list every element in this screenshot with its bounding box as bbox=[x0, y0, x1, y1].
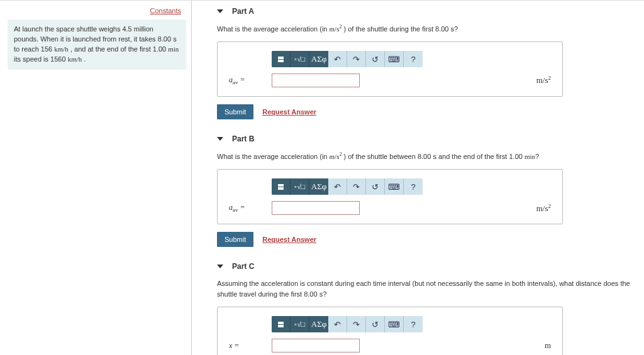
prompt-text: ) of the shuttle between 8.00 s and the … bbox=[341, 153, 524, 160]
fraction-icon[interactable] bbox=[272, 51, 291, 67]
part-a-prompt: What is the average acceleration (in m/s… bbox=[217, 23, 644, 34]
equation-toolbar: x√□ ΑΣφ ↶ ↷ ↺ ⌨ ? bbox=[272, 51, 551, 67]
answer-input[interactable] bbox=[272, 74, 360, 87]
constants-link[interactable]: Constants bbox=[8, 7, 186, 14]
part-b-prompt: What is the average acceleration (in m/s… bbox=[217, 151, 644, 161]
undo-icon[interactable]: ↶ bbox=[328, 178, 347, 195]
collapse-caret-icon[interactable] bbox=[217, 137, 223, 141]
submit-button[interactable]: Submit bbox=[217, 104, 253, 119]
part-title: Part C bbox=[232, 262, 254, 271]
request-answer-link[interactable]: Request Answer bbox=[262, 236, 316, 243]
answer-input[interactable] bbox=[272, 201, 360, 215]
part-title: Part A bbox=[232, 7, 254, 16]
undo-icon[interactable]: ↶ bbox=[328, 51, 347, 67]
help-icon[interactable]: ? bbox=[404, 316, 423, 332]
unit-label: m bbox=[545, 341, 551, 351]
part-a: Part A What is the average acceleration … bbox=[217, 7, 644, 119]
problem-text: its speed is 1560 bbox=[14, 55, 68, 63]
equation-toolbar: x√□ ΑΣφ ↶ ↷ ↺ ⌨ ? bbox=[272, 316, 551, 332]
part-c: Part C Assuming the acceleration is cons… bbox=[217, 262, 644, 355]
root-icon[interactable]: x√□ bbox=[291, 316, 309, 332]
keyboard-icon[interactable]: ⌨ bbox=[385, 51, 404, 67]
prompt-unit: min bbox=[525, 153, 535, 160]
help-icon[interactable]: ? bbox=[404, 178, 423, 195]
part-title: Part B bbox=[232, 134, 254, 143]
submit-button[interactable]: Submit bbox=[217, 232, 253, 247]
prompt-unit: m/s2 bbox=[330, 25, 342, 33]
prompt-text: What is the average acceleration (in bbox=[217, 153, 330, 160]
reset-icon[interactable]: ↺ bbox=[366, 178, 385, 195]
prompt-text: ? bbox=[535, 153, 539, 160]
prompt-text: ) of the shuttle during the first 8.00 s… bbox=[341, 25, 458, 33]
unit-label: m/s2 bbox=[536, 203, 551, 214]
root-icon[interactable]: x√□ bbox=[291, 178, 309, 195]
fraction-icon[interactable] bbox=[272, 316, 291, 332]
answer-input[interactable] bbox=[272, 339, 360, 352]
problem-unit: km/h bbox=[54, 45, 69, 53]
undo-icon[interactable]: ↶ bbox=[328, 316, 347, 332]
keyboard-icon[interactable]: ⌨ bbox=[385, 178, 404, 195]
unit-label: m/s2 bbox=[536, 75, 551, 85]
request-answer-link[interactable]: Request Answer bbox=[262, 108, 316, 116]
problem-text: . bbox=[82, 55, 86, 63]
prompt-text: What is the average acceleration (in bbox=[217, 25, 330, 33]
problem-statement: At launch the space shuttle weighs 4.5 m… bbox=[8, 19, 186, 70]
redo-icon[interactable]: ↷ bbox=[347, 316, 366, 332]
collapse-caret-icon[interactable] bbox=[217, 265, 223, 268]
help-icon[interactable]: ? bbox=[404, 51, 423, 67]
greek-letters-button[interactable]: ΑΣφ bbox=[309, 178, 328, 195]
part-b: Part B What is the average acceleration … bbox=[217, 134, 644, 247]
redo-icon[interactable]: ↷ bbox=[347, 51, 366, 67]
reset-icon[interactable]: ↺ bbox=[366, 316, 385, 332]
variable-label: x = bbox=[229, 341, 272, 351]
variable-label: aav = bbox=[229, 203, 272, 213]
root-icon[interactable]: x√□ bbox=[291, 51, 309, 67]
prompt-text: Assuming the acceleration is constant du… bbox=[217, 280, 630, 298]
greek-letters-button[interactable]: ΑΣφ bbox=[309, 51, 328, 67]
prompt-unit: m/s2 bbox=[330, 153, 342, 160]
greek-letters-button[interactable]: ΑΣφ bbox=[309, 316, 328, 332]
part-c-prompt: Assuming the acceleration is constant du… bbox=[217, 278, 644, 299]
equation-toolbar: x√□ ΑΣφ ↶ ↷ ↺ ⌨ ? bbox=[272, 178, 551, 195]
collapse-caret-icon[interactable] bbox=[217, 9, 223, 13]
answer-box: x√□ ΑΣφ ↶ ↷ ↺ ⌨ ? aav = m/s2 bbox=[217, 41, 563, 97]
answer-box: x√□ ΑΣφ ↶ ↷ ↺ ⌨ ? aav = m/s2 bbox=[217, 169, 563, 224]
reset-icon[interactable]: ↺ bbox=[366, 51, 385, 67]
variable-label: aav = bbox=[229, 75, 272, 85]
problem-unit: min bbox=[168, 45, 179, 53]
keyboard-icon[interactable]: ⌨ bbox=[385, 316, 404, 332]
problem-text: , and at the end of the first 1.00 bbox=[69, 45, 168, 53]
problem-unit: km/h bbox=[68, 55, 82, 63]
answer-box: x√□ ΑΣφ ↶ ↷ ↺ ⌨ ? x = m bbox=[217, 307, 563, 355]
redo-icon[interactable]: ↷ bbox=[347, 178, 366, 195]
fraction-icon[interactable] bbox=[272, 178, 291, 195]
